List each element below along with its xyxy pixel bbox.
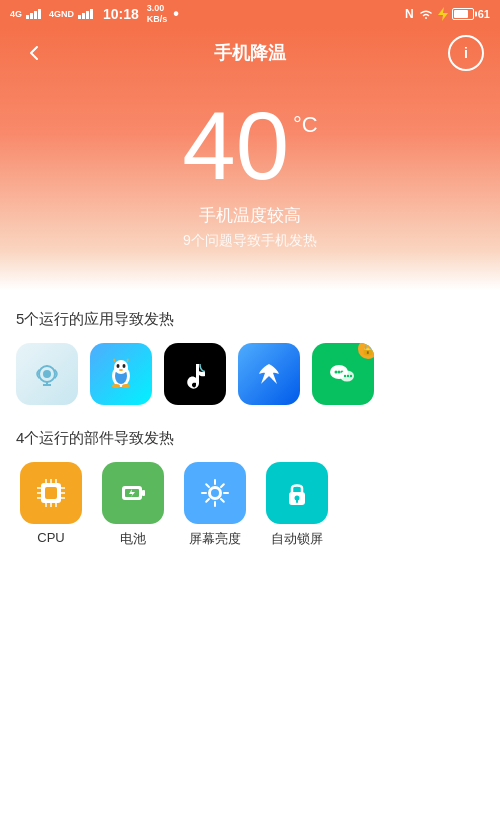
svg-line-44 bbox=[221, 499, 224, 502]
comp-brightness[interactable]: 屏幕亮度 bbox=[180, 462, 250, 548]
svg-point-12 bbox=[122, 384, 130, 388]
comp-cpu[interactable]: CPU bbox=[16, 462, 86, 545]
comp-battery[interactable]: 电池 bbox=[98, 462, 168, 548]
svg-point-9 bbox=[123, 364, 126, 368]
temp-description: 手机温度较高 bbox=[0, 204, 500, 227]
status-bar: 4G 4GND 10:18 3.00KB/s • N bbox=[0, 0, 500, 28]
signal-bars-2 bbox=[78, 9, 93, 19]
temp-unit: °C bbox=[293, 112, 318, 138]
status-right: N 61 bbox=[405, 7, 490, 21]
svg-rect-37 bbox=[142, 490, 145, 496]
signal-bars-1 bbox=[26, 9, 41, 19]
battery-icon-box bbox=[102, 462, 164, 524]
svg-point-18 bbox=[344, 375, 346, 377]
wifi-icon bbox=[418, 8, 434, 20]
svg-point-7 bbox=[114, 360, 128, 374]
cpu-label: CPU bbox=[37, 530, 64, 545]
autolock-label: 自动锁屏 bbox=[271, 530, 323, 548]
svg-point-14 bbox=[335, 371, 338, 374]
back-button[interactable] bbox=[16, 35, 52, 71]
qq-icon bbox=[101, 354, 141, 394]
svg-point-47 bbox=[211, 489, 219, 497]
info-button[interactable]: i bbox=[448, 35, 484, 71]
svg-point-2 bbox=[43, 370, 51, 378]
apps-section-title: 5个运行的应用导致发热 bbox=[16, 310, 484, 329]
nfc-icon: N bbox=[405, 7, 414, 21]
podcast-icon bbox=[29, 356, 65, 392]
app-thunder[interactable] bbox=[238, 343, 300, 405]
svg-line-46 bbox=[206, 499, 209, 502]
svg-rect-22 bbox=[45, 487, 57, 499]
svg-point-11 bbox=[112, 384, 120, 388]
battery-percent: 61 bbox=[478, 8, 490, 20]
svg-point-20 bbox=[350, 375, 352, 377]
speed-display: 3.00KB/s bbox=[147, 3, 168, 25]
temp-value: 40 bbox=[182, 98, 289, 194]
lock-comp-icon bbox=[279, 475, 315, 511]
app-wechat[interactable]: 🔒 bbox=[312, 343, 374, 405]
temp-display: 40 °C bbox=[0, 98, 500, 194]
brightness-label: 屏幕亮度 bbox=[189, 530, 241, 548]
battery-comp-icon bbox=[115, 475, 151, 511]
brightness-icon-box bbox=[184, 462, 246, 524]
components-section-title: 4个运行的部件导致发热 bbox=[16, 429, 484, 448]
tiktok-icon bbox=[177, 356, 213, 392]
signal-4g-label: 4G bbox=[10, 9, 22, 19]
svg-point-19 bbox=[347, 375, 349, 377]
brightness-comp-icon bbox=[197, 475, 233, 511]
app-qq[interactable] bbox=[90, 343, 152, 405]
battery-label: 电池 bbox=[120, 530, 146, 548]
app-tiktok[interactable] bbox=[164, 343, 226, 405]
thunder-icon bbox=[251, 356, 287, 392]
nav-bar: 手机降温 i bbox=[0, 28, 500, 78]
time-display: 10:18 bbox=[103, 6, 139, 22]
svg-line-45 bbox=[221, 484, 224, 487]
cpu-icon-box bbox=[20, 462, 82, 524]
svg-marker-0 bbox=[438, 7, 448, 21]
dot-indicator: • bbox=[173, 5, 179, 23]
signal-4gnd-label: 4GND bbox=[49, 9, 74, 19]
content-section: 5个运行的应用导致发热 bbox=[0, 310, 500, 548]
wechat-icon bbox=[323, 354, 363, 394]
apps-row: 🔒 bbox=[16, 343, 484, 405]
page-title: 手机降温 bbox=[214, 41, 286, 65]
header-section: 手机降温 i 40 °C 手机温度较高 9个问题导致手机发热 bbox=[0, 28, 500, 290]
lock-icon-box bbox=[266, 462, 328, 524]
charging-icon bbox=[438, 7, 448, 21]
cpu-icon bbox=[33, 475, 69, 511]
temperature-section: 40 °C 手机温度较高 9个问题导致手机发热 bbox=[0, 78, 500, 260]
status-left: 4G 4GND 10:18 3.00KB/s • bbox=[10, 3, 179, 25]
svg-line-43 bbox=[206, 484, 209, 487]
comp-autolock[interactable]: 自动锁屏 bbox=[262, 462, 332, 548]
svg-point-8 bbox=[117, 364, 120, 368]
components-row: CPU 电池 bbox=[16, 462, 484, 548]
temp-sub-description: 9个问题导致手机发热 bbox=[0, 232, 500, 250]
svg-point-15 bbox=[338, 371, 341, 374]
svg-point-10 bbox=[119, 369, 123, 371]
battery-status bbox=[452, 8, 474, 20]
app-podcast[interactable] bbox=[16, 343, 78, 405]
